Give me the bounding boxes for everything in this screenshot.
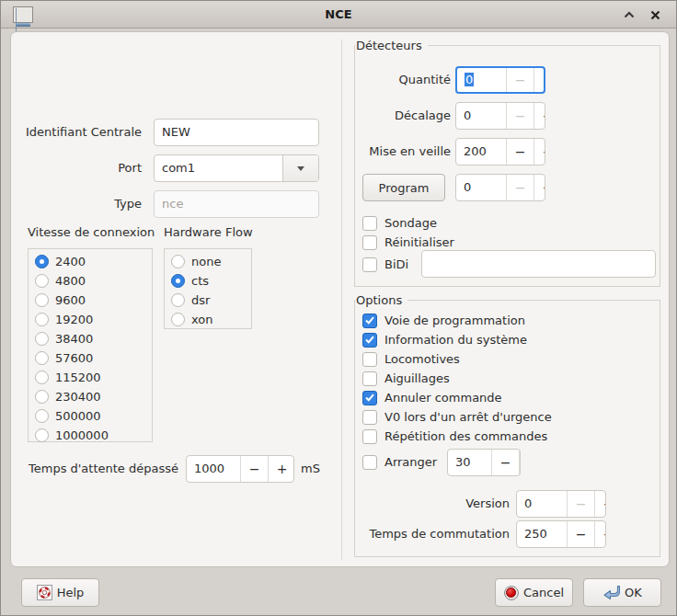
minus-button[interactable]: −: [506, 175, 534, 200]
timeout-label: Temps d'attente dépassé: [11, 455, 178, 483]
decalage-spinner: 0 − +: [455, 102, 545, 130]
radio-icon: [35, 332, 49, 346]
reinitialiser-checkbox[interactable]: Réinitialiser: [362, 233, 454, 252]
speed-option[interactable]: 115200: [29, 368, 152, 387]
arranger-checkbox[interactable]: Arranger: [362, 452, 437, 472]
shade-button[interactable]: [619, 6, 639, 24]
minus-button[interactable]: −: [506, 68, 534, 92]
identifiant-centrale-input[interactable]: NEW: [154, 119, 319, 146]
flow-option[interactable]: dsr: [165, 291, 251, 310]
plus-button[interactable]: +: [594, 521, 606, 547]
sondage-checkbox[interactable]: Sondage: [362, 213, 437, 233]
speed-option[interactable]: 4800: [29, 271, 152, 291]
radio-icon: [171, 274, 185, 288]
radio-icon: [35, 255, 49, 268]
checkbox-icon: [362, 429, 377, 444]
version-spinner: 0 − +: [516, 490, 606, 518]
plus-button[interactable]: +: [594, 491, 606, 517]
temps-commutation-value[interactable]: 250: [517, 521, 567, 547]
close-icon: [650, 10, 660, 20]
mise-en-veille-label: Mise en veille: [355, 138, 451, 165]
radio-icon: [171, 255, 185, 268]
flow-option[interactable]: cts: [165, 271, 251, 291]
speed-option[interactable]: 500000: [29, 406, 152, 426]
minus-button[interactable]: −: [506, 103, 534, 129]
plus-button[interactable]: +: [534, 175, 545, 200]
radio-icon: [35, 390, 49, 404]
ok-button[interactable]: OK: [583, 578, 661, 607]
option-checkbox[interactable]: Répétition des commandes: [362, 427, 552, 446]
detecteurs-group-label: Détecteurs: [355, 38, 428, 53]
temps-commutation-spinner: 250 − +: [516, 520, 606, 548]
mise-en-veille-value[interactable]: 200: [456, 139, 506, 165]
version-value[interactable]: 0: [517, 491, 567, 517]
minus-button[interactable]: −: [506, 139, 534, 165]
arranger-value[interactable]: 30: [448, 450, 491, 475]
help-button[interactable]: Help: [21, 578, 99, 607]
port-dropdown-button[interactable]: [282, 155, 318, 181]
program-button[interactable]: Program: [362, 174, 445, 201]
option-checkbox[interactable]: Information du système: [362, 330, 552, 349]
version-label: Version: [355, 490, 510, 518]
timeout-spinner: 1000 − +: [186, 455, 294, 483]
port-combobox[interactable]: com1: [154, 154, 319, 182]
option-checkbox[interactable]: Locomotives: [362, 349, 552, 369]
speed-option[interactable]: 19200: [29, 310, 152, 329]
vitesse-radio-group: 2400 4800 9600 19200 38400 57600 115200 …: [28, 248, 153, 442]
checkbox-icon: [362, 455, 377, 470]
minus-button[interactable]: −: [491, 450, 519, 475]
flow-option[interactable]: xon: [165, 310, 251, 329]
checkbox-icon: [362, 352, 377, 367]
radio-icon: [35, 293, 49, 307]
mise-en-veille-spinner: 200 − +: [455, 138, 545, 165]
plus-button[interactable]: +: [534, 103, 545, 129]
window-title: NCE: [1, 7, 676, 21]
option-checkbox[interactable]: V0 lors d'un arrêt d'urgence: [362, 407, 552, 427]
plus-button[interactable]: +: [534, 68, 545, 92]
option-checkbox[interactable]: Annuler commande: [362, 388, 552, 407]
panel-divider: [341, 40, 342, 560]
close-button[interactable]: [645, 6, 665, 24]
decalage-value[interactable]: 0: [456, 103, 506, 129]
decalage-label: Décalage: [355, 102, 451, 130]
speed-option[interactable]: 9600: [29, 291, 152, 310]
checkbox-icon: [362, 216, 377, 231]
flow-option[interactable]: none: [165, 252, 251, 271]
timeout-unit-label: mS: [301, 455, 320, 483]
window-menu-icon[interactable]: [13, 6, 33, 23]
plus-button[interactable]: +: [268, 456, 294, 482]
detecteurs-group: Détecteurs Quantité 0 − + Décalage 0 − +…: [354, 45, 660, 287]
minus-button[interactable]: −: [567, 521, 594, 547]
speed-option[interactable]: 1000000: [29, 426, 152, 445]
option-checkbox[interactable]: Voie de programmation: [362, 311, 552, 330]
options-group: Options Voie de programmation Informatio…: [354, 300, 660, 557]
dialog-content: Identifiant Centrale NEW Port com1 Type …: [10, 31, 670, 567]
bidi-checkbox[interactable]: BiDi: [362, 255, 408, 274]
minus-button[interactable]: −: [240, 456, 268, 482]
speed-option[interactable]: 2400: [29, 252, 152, 271]
speed-option[interactable]: 230400: [29, 387, 152, 406]
type-label: Type: [11, 190, 142, 218]
program-value[interactable]: 0: [456, 175, 506, 200]
checkbox-icon: [362, 314, 377, 328]
radio-icon: [171, 293, 185, 307]
hardware-flow-group-label: Hardware Flow: [164, 225, 253, 240]
quantite-value[interactable]: 0: [457, 68, 506, 92]
cancel-button[interactable]: Cancel: [495, 578, 573, 607]
plus-button[interactable]: +: [519, 450, 521, 475]
timeout-value[interactable]: 1000: [187, 456, 240, 482]
hardware-flow-radio-group: none cts dsr xon: [164, 248, 252, 329]
speed-option[interactable]: 38400: [29, 329, 152, 348]
cancel-icon: [504, 586, 519, 600]
chevron-down-icon: [297, 166, 304, 171]
checkbox-icon: [362, 257, 377, 272]
port-value: com1: [155, 155, 282, 181]
minus-button[interactable]: −: [567, 491, 594, 517]
radio-icon: [35, 313, 49, 326]
radio-icon: [35, 371, 49, 384]
titlebar[interactable]: NCE: [1, 1, 676, 29]
option-checkbox[interactable]: Aiguillages: [362, 369, 552, 388]
speed-option[interactable]: 57600: [29, 348, 152, 368]
bidi-input[interactable]: [421, 250, 656, 278]
plus-button[interactable]: +: [534, 139, 545, 165]
